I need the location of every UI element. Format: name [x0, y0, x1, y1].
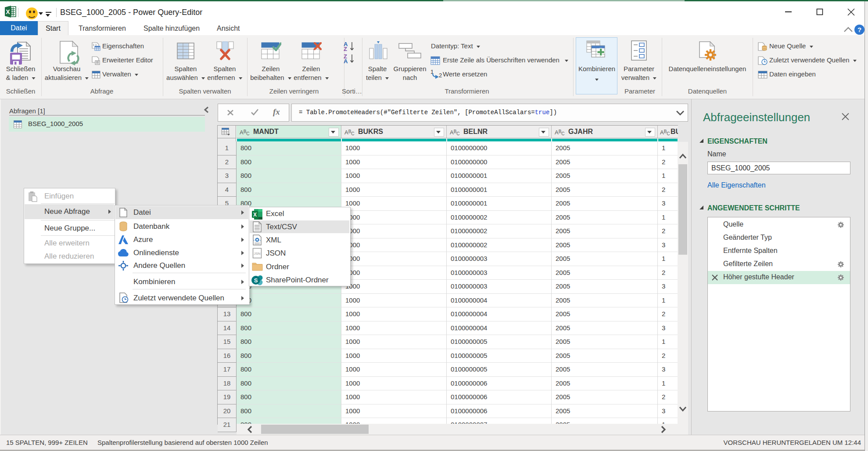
svg-text:X: X — [253, 212, 257, 218]
svg-text:‹: ‹ — [253, 238, 255, 242]
svg-text:X: X — [6, 8, 10, 15]
svg-text:JSN: JSN — [254, 252, 260, 256]
svg-text:S: S — [254, 277, 258, 284]
svg-text:›: › — [259, 238, 261, 242]
